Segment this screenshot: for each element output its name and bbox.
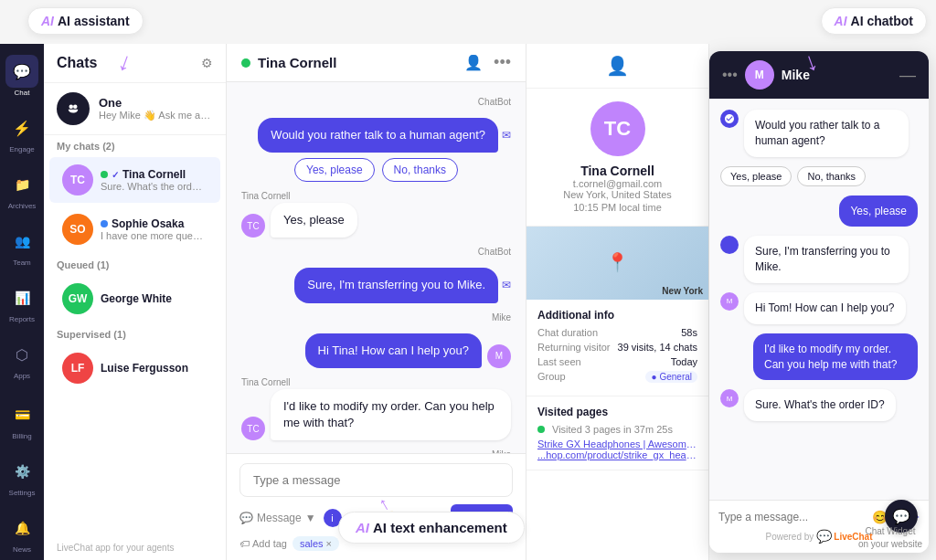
bubble-user-1: Yes, please bbox=[271, 203, 357, 238]
nav-item-archives[interactable]: 📁 Archives bbox=[4, 164, 40, 214]
cb-bubble-bot-2: Sure, I'm transferring you to Mike. bbox=[744, 236, 909, 283]
chatbot-minimize-btn[interactable]: — bbox=[899, 66, 916, 85]
nav-item-engage[interactable]: ⚡ Engage bbox=[4, 108, 40, 157]
main-chat-area: Tina Cornell 👤 ••• ChatBot Would you rat… bbox=[227, 44, 526, 560]
chatbot-agent-name: Mike bbox=[782, 68, 892, 82]
bubble-agent-1: Hi Tina! How can I help you? bbox=[305, 333, 482, 368]
user-msg-avatar-2: TC bbox=[241, 417, 265, 440]
chatbot-label-2: ChatBot bbox=[241, 247, 511, 257]
visited-page-1[interactable]: Strike GX Headphones | Awesome... bbox=[537, 438, 697, 449]
cb-msg-bot-2: Sure, I'm transferring you to Mike. bbox=[720, 236, 918, 283]
nav-item-team[interactable]: 👥 Team bbox=[4, 221, 40, 270]
info-name: Tina Cornell bbox=[580, 164, 654, 178]
user-msg-avatar-1: TC bbox=[241, 214, 265, 238]
cb-agent-avatar-2: M bbox=[720, 389, 739, 407]
nav-item-chat[interactable]: 💬 Chat bbox=[4, 51, 40, 100]
george-info: George White bbox=[101, 292, 207, 305]
header-status-dot bbox=[241, 58, 250, 68]
cb-msg-bot-1: Would you rather talk to a human agent? bbox=[720, 110, 918, 157]
visited-page-2[interactable]: ...hop.com/product/strike_gx_headphon... bbox=[537, 449, 697, 460]
chatbot-more-icon[interactable]: ••• bbox=[722, 67, 738, 83]
cb-qr-yes[interactable]: Yes, please bbox=[720, 166, 792, 186]
tina-status-icon: ✓ bbox=[112, 170, 119, 180]
chat-header-person-icon[interactable]: 👤 bbox=[464, 54, 483, 71]
filter-icon[interactable]: ⚙ bbox=[201, 56, 213, 70]
cb-agent-avatar-1: M bbox=[720, 292, 739, 311]
cb-bubble-agent-2: Sure. What's the order ID? bbox=[744, 389, 896, 421]
user-label-2: Tina Cornell bbox=[241, 377, 511, 387]
ai-text-enhancement-label: AI AI text enhancement bbox=[338, 512, 525, 544]
cb-bot-icon-1 bbox=[720, 110, 739, 128]
add-tag-btn[interactable]: 🏷 Add tag bbox=[239, 538, 287, 549]
bot-chat-item[interactable]: One Hey Mike 👋 Ask me anything! bbox=[44, 83, 226, 135]
visited-pages-section: Visited pages Visited 3 pages in 37m 25s… bbox=[526, 396, 708, 470]
info-row-group: Group ● General bbox=[537, 371, 697, 383]
message-type-btn[interactable]: 💬 Message ▼ bbox=[239, 512, 316, 524]
info-email: t.cornel@gmail.com bbox=[573, 178, 662, 189]
chatbot-agent-avatar: M bbox=[745, 60, 774, 90]
section-queued: Queued (1) bbox=[44, 254, 226, 274]
tag-remove-sales[interactable]: × bbox=[326, 538, 332, 549]
agent-label-1: Mike bbox=[241, 312, 511, 322]
chat-header: Tina Cornell 👤 ••• bbox=[227, 44, 526, 82]
chatbot-header: ••• M Mike — bbox=[709, 51, 929, 99]
chat-item-luise[interactable]: LF Luise Fergusson bbox=[49, 345, 220, 391]
info-avatar: TC bbox=[590, 101, 645, 156]
chatbot-messages: Would you rather talk to a human agent? … bbox=[709, 99, 929, 500]
chat-item-george[interactable]: GW George White bbox=[49, 276, 220, 322]
livechat-icon: 💬 bbox=[816, 529, 832, 544]
chat-widget-label: Chat Widgeton your website bbox=[858, 525, 922, 551]
sophie-avatar: SO bbox=[62, 214, 93, 245]
cb-bubble-user-2: I'd like to modify my order. Can you hel… bbox=[753, 333, 918, 381]
cb-qr-no[interactable]: No, thanks bbox=[797, 166, 866, 186]
chat-list-title: Chats bbox=[57, 55, 97, 71]
chatbot-input[interactable] bbox=[718, 511, 867, 523]
nav-item-settings[interactable]: ⚙️ Settings bbox=[4, 451, 40, 501]
msg-bot-2: Sure, I'm transferring you to Mike. ✉ bbox=[241, 268, 511, 302]
cb-bubble-bot-1: Would you rather talk to a human agent? bbox=[744, 110, 909, 157]
sidebar-nav: 💬 Chat ⚡ Engage 📁 Archives 👥 Team 📊 Repo… bbox=[0, 44, 44, 560]
info-row-last-seen: Last seen Today bbox=[537, 356, 697, 367]
nav-item-reports[interactable]: 📊 Reports bbox=[4, 278, 40, 327]
cb-quick-replies: Yes, please No, thanks bbox=[720, 166, 918, 186]
tag-icon: 🏷 bbox=[239, 538, 250, 549]
dropdown-arrow: ▼ bbox=[305, 512, 316, 524]
user-label-1: Tina Cornell bbox=[241, 191, 511, 201]
luise-avatar: LF bbox=[62, 353, 93, 384]
chatbot-label-1: ChatBot bbox=[241, 97, 511, 107]
chat-item-sophie[interactable]: SO Sophie Osaka I have one more question… bbox=[49, 206, 220, 252]
agent-msg-avatar-1: M bbox=[487, 344, 511, 368]
bubble-bot-1: Would you rather talk to a human agent? bbox=[258, 118, 498, 153]
luise-info: Luise Fergusson bbox=[101, 362, 207, 375]
qr-no[interactable]: No, thanks bbox=[382, 158, 458, 182]
chat-more-button[interactable]: ••• bbox=[494, 53, 511, 72]
nav-item-apps[interactable]: ⬡ Apps bbox=[4, 334, 40, 384]
chat-header-left: Tina Cornell bbox=[241, 55, 336, 70]
svg-point-0 bbox=[69, 105, 74, 110]
sophie-info: Sophie Osaka I have one more question. C… bbox=[101, 217, 207, 241]
bot-chat-info: One Hey Mike 👋 Ask me anything! bbox=[99, 96, 213, 122]
visited-summary: Visited 3 pages in 37m 25s bbox=[537, 424, 697, 435]
info-row-duration: Chat duration 58s bbox=[537, 327, 697, 338]
tina-info: ✓ Tina Cornell Sure. What's the order ID… bbox=[101, 168, 207, 192]
section-my-chats: My chats (2) bbox=[44, 135, 226, 155]
chat-item-tina[interactable]: TC ✓ Tina Cornell Sure. What's the order… bbox=[49, 157, 220, 203]
map-area: 📍 New York bbox=[526, 227, 708, 300]
info-row-returning: Returning visitor 39 visits, 14 chats bbox=[537, 342, 697, 353]
messages-area: ChatBot Would you rather talk to a human… bbox=[227, 82, 526, 453]
info-location: New York, United States bbox=[563, 189, 672, 200]
nav-item-news[interactable]: 🔔 News bbox=[4, 508, 40, 557]
message-icon: 💬 bbox=[239, 512, 253, 524]
qr-yes[interactable]: Yes, please bbox=[294, 158, 375, 182]
nav-item-billing[interactable]: 💳 Billing bbox=[4, 395, 40, 444]
chat-header-name: Tina Cornell bbox=[258, 55, 336, 70]
sophie-status-dot bbox=[101, 220, 108, 227]
info-local-time: 10:15 PM local time bbox=[573, 202, 662, 213]
ai-assistant-label: AI AI assistant bbox=[27, 7, 144, 35]
profile-icon[interactable]: 👤 bbox=[606, 55, 629, 77]
section-supervised: Supervised (1) bbox=[44, 323, 226, 343]
message-input[interactable] bbox=[239, 463, 513, 497]
bubble-user-2: I'd like to modify my order. Can you hel… bbox=[271, 389, 511, 440]
bot-avatar bbox=[57, 92, 90, 125]
george-avatar: GW bbox=[62, 283, 93, 314]
